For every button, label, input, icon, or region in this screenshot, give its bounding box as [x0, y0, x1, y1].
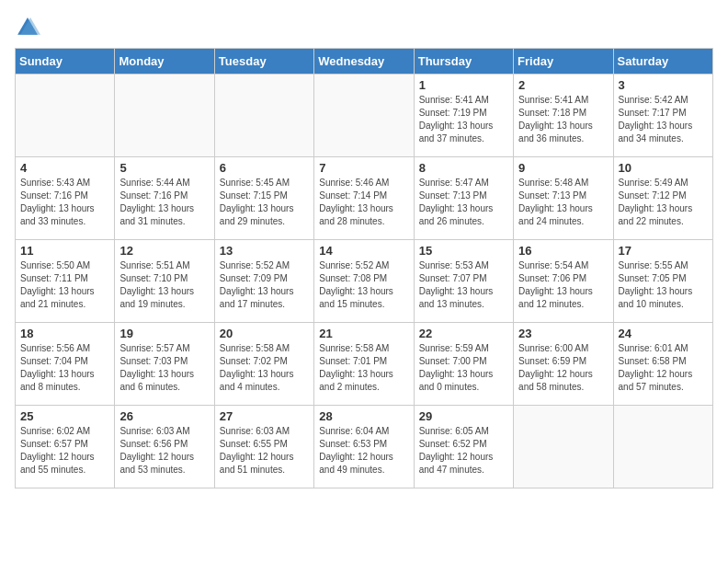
day-number: 3 [619, 78, 708, 92]
calendar-cell: 12Sunrise: 5:51 AM Sunset: 7:10 PM Dayli… [115, 240, 214, 323]
day-info: Sunrise: 6:03 AM Sunset: 6:55 PM Dayligh… [220, 425, 309, 477]
calendar-cell: 15Sunrise: 5:53 AM Sunset: 7:07 PM Dayli… [414, 240, 513, 323]
day-number: 21 [319, 327, 408, 340]
calendar-cell: 6Sunrise: 5:45 AM Sunset: 7:15 PM Daylig… [214, 157, 313, 240]
day-number: 25 [20, 409, 109, 423]
day-info: Sunrise: 5:57 AM Sunset: 7:03 PM Dayligh… [119, 342, 209, 394]
calendar-cell: 22Sunrise: 5:59 AM Sunset: 7:00 PM Dayli… [414, 323, 513, 406]
day-number: 27 [220, 409, 309, 423]
calendar-cell: 18Sunrise: 5:56 AM Sunset: 7:04 PM Dayli… [16, 323, 115, 406]
calendar-cell [214, 75, 313, 157]
day-number: 23 [518, 327, 608, 340]
calendar-cell: 27Sunrise: 6:03 AM Sunset: 6:55 PM Dayli… [214, 406, 313, 488]
day-number: 22 [419, 327, 508, 340]
day-number: 24 [619, 327, 708, 340]
day-number: 16 [518, 244, 608, 258]
day-number: 2 [518, 78, 608, 92]
day-info: Sunrise: 5:45 AM Sunset: 7:15 PM Dayligh… [220, 177, 309, 228]
calendar-cell: 16Sunrise: 5:54 AM Sunset: 7:06 PM Dayli… [514, 240, 613, 323]
calendar-cell: 14Sunrise: 5:52 AM Sunset: 7:08 PM Dayli… [314, 240, 414, 323]
day-info: Sunrise: 6:03 AM Sunset: 6:56 PM Dayligh… [119, 425, 209, 477]
logo-icon [15, 15, 40, 40]
day-info: Sunrise: 6:02 AM Sunset: 6:57 PM Dayligh… [20, 425, 109, 477]
calendar-cell: 5Sunrise: 5:44 AM Sunset: 7:16 PM Daylig… [115, 157, 214, 240]
day-info: Sunrise: 5:58 AM Sunset: 7:01 PM Dayligh… [319, 342, 408, 394]
day-number: 8 [419, 161, 508, 175]
calendar-week-row: 1Sunrise: 5:41 AM Sunset: 7:19 PM Daylig… [16, 75, 713, 157]
calendar-cell: 9Sunrise: 5:48 AM Sunset: 7:13 PM Daylig… [514, 157, 613, 240]
calendar-cell: 24Sunrise: 6:01 AM Sunset: 6:58 PM Dayli… [613, 323, 712, 406]
day-info: Sunrise: 5:58 AM Sunset: 7:02 PM Dayligh… [220, 342, 309, 394]
day-info: Sunrise: 5:43 AM Sunset: 7:16 PM Dayligh… [20, 177, 109, 228]
day-number: 4 [20, 161, 109, 175]
day-number: 19 [119, 327, 209, 340]
day-info: Sunrise: 5:41 AM Sunset: 7:18 PM Dayligh… [518, 94, 608, 145]
calendar-cell [16, 75, 115, 157]
day-info: Sunrise: 5:44 AM Sunset: 7:16 PM Dayligh… [119, 177, 209, 228]
day-of-week-header: Monday [115, 49, 214, 75]
day-number: 7 [319, 161, 408, 175]
day-number: 13 [220, 244, 309, 258]
calendar-week-row: 25Sunrise: 6:02 AM Sunset: 6:57 PM Dayli… [16, 406, 713, 488]
day-of-week-header: Friday [514, 49, 613, 75]
day-info: Sunrise: 5:50 AM Sunset: 7:11 PM Dayligh… [20, 259, 109, 311]
page-header [15, 15, 713, 40]
day-number: 11 [20, 244, 109, 258]
calendar-cell: 26Sunrise: 6:03 AM Sunset: 6:56 PM Dayli… [115, 406, 214, 488]
calendar-cell [115, 75, 214, 157]
calendar-cell: 7Sunrise: 5:46 AM Sunset: 7:14 PM Daylig… [314, 157, 414, 240]
day-of-week-header: Wednesday [314, 49, 414, 75]
day-of-week-header: Sunday [16, 49, 115, 75]
day-of-week-header: Tuesday [214, 49, 313, 75]
calendar-cell: 11Sunrise: 5:50 AM Sunset: 7:11 PM Dayli… [16, 240, 115, 323]
day-of-week-header: Saturday [613, 49, 712, 75]
day-number: 28 [319, 409, 408, 423]
day-info: Sunrise: 5:42 AM Sunset: 7:17 PM Dayligh… [619, 94, 708, 145]
day-number: 26 [119, 409, 209, 423]
day-info: Sunrise: 6:05 AM Sunset: 6:52 PM Dayligh… [419, 425, 508, 477]
calendar-week-row: 4Sunrise: 5:43 AM Sunset: 7:16 PM Daylig… [16, 157, 713, 240]
calendar-cell: 23Sunrise: 6:00 AM Sunset: 6:59 PM Dayli… [514, 323, 613, 406]
calendar-cell: 10Sunrise: 5:49 AM Sunset: 7:12 PM Dayli… [613, 157, 712, 240]
day-info: Sunrise: 5:55 AM Sunset: 7:05 PM Dayligh… [619, 259, 708, 311]
day-number: 20 [220, 327, 309, 340]
day-number: 12 [119, 244, 209, 258]
calendar-cell: 3Sunrise: 5:42 AM Sunset: 7:17 PM Daylig… [613, 75, 712, 157]
calendar-week-row: 18Sunrise: 5:56 AM Sunset: 7:04 PM Dayli… [16, 323, 713, 406]
day-info: Sunrise: 6:01 AM Sunset: 6:58 PM Dayligh… [619, 342, 708, 394]
calendar-cell: 29Sunrise: 6:05 AM Sunset: 6:52 PM Dayli… [414, 406, 513, 488]
calendar-cell: 17Sunrise: 5:55 AM Sunset: 7:05 PM Dayli… [613, 240, 712, 323]
calendar-cell: 20Sunrise: 5:58 AM Sunset: 7:02 PM Dayli… [214, 323, 313, 406]
calendar-cell: 4Sunrise: 5:43 AM Sunset: 7:16 PM Daylig… [16, 157, 115, 240]
calendar-cell: 28Sunrise: 6:04 AM Sunset: 6:53 PM Dayli… [314, 406, 414, 488]
day-info: Sunrise: 5:52 AM Sunset: 7:08 PM Dayligh… [319, 259, 408, 311]
day-number: 14 [319, 244, 408, 258]
calendar-cell [514, 406, 613, 488]
calendar-table: SundayMondayTuesdayWednesdayThursdayFrid… [15, 48, 713, 488]
day-info: Sunrise: 5:52 AM Sunset: 7:09 PM Dayligh… [220, 259, 309, 311]
day-info: Sunrise: 5:54 AM Sunset: 7:06 PM Dayligh… [518, 259, 608, 311]
calendar-cell: 21Sunrise: 5:58 AM Sunset: 7:01 PM Dayli… [314, 323, 414, 406]
day-info: Sunrise: 5:56 AM Sunset: 7:04 PM Dayligh… [20, 342, 109, 394]
day-info: Sunrise: 5:48 AM Sunset: 7:13 PM Dayligh… [518, 177, 608, 228]
calendar-cell: 8Sunrise: 5:47 AM Sunset: 7:13 PM Daylig… [414, 157, 513, 240]
calendar-header-row: SundayMondayTuesdayWednesdayThursdayFrid… [16, 49, 713, 75]
day-info: Sunrise: 5:47 AM Sunset: 7:13 PM Dayligh… [419, 177, 508, 228]
day-number: 9 [518, 161, 608, 175]
calendar-cell: 25Sunrise: 6:02 AM Sunset: 6:57 PM Dayli… [16, 406, 115, 488]
day-of-week-header: Thursday [414, 49, 513, 75]
calendar-cell: 13Sunrise: 5:52 AM Sunset: 7:09 PM Dayli… [214, 240, 313, 323]
day-number: 29 [419, 409, 508, 423]
day-info: Sunrise: 6:00 AM Sunset: 6:59 PM Dayligh… [518, 342, 608, 394]
day-number: 17 [619, 244, 708, 258]
calendar-cell: 19Sunrise: 5:57 AM Sunset: 7:03 PM Dayli… [115, 323, 214, 406]
day-number: 18 [20, 327, 109, 340]
calendar-cell: 2Sunrise: 5:41 AM Sunset: 7:18 PM Daylig… [514, 75, 613, 157]
day-number: 6 [220, 161, 309, 175]
day-info: Sunrise: 5:51 AM Sunset: 7:10 PM Dayligh… [119, 259, 209, 311]
day-info: Sunrise: 6:04 AM Sunset: 6:53 PM Dayligh… [319, 425, 408, 477]
day-info: Sunrise: 5:49 AM Sunset: 7:12 PM Dayligh… [619, 177, 708, 228]
day-info: Sunrise: 5:59 AM Sunset: 7:00 PM Dayligh… [419, 342, 508, 394]
day-info: Sunrise: 5:41 AM Sunset: 7:19 PM Dayligh… [419, 94, 508, 145]
calendar-cell [613, 406, 712, 488]
